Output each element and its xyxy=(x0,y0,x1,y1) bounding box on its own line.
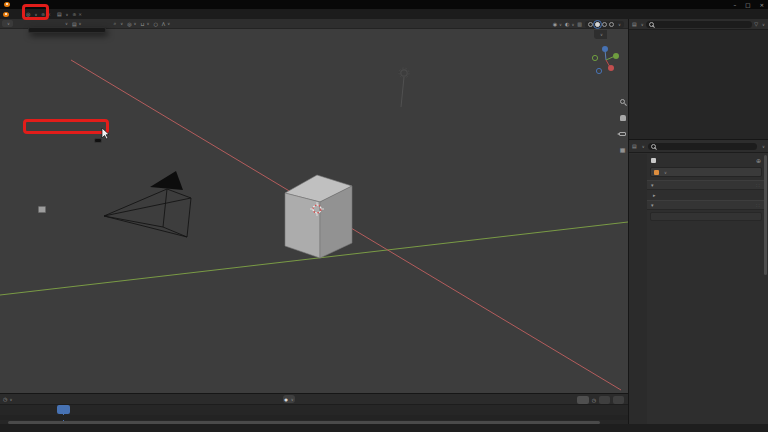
cube-object[interactable] xyxy=(285,175,352,258)
gizmo-y-axis[interactable] xyxy=(613,53,619,59)
show-overlays-icon[interactable]: ◐ xyxy=(565,21,574,27)
frame-start-field[interactable] xyxy=(599,396,610,404)
blender-logo-icon xyxy=(4,2,10,7)
maximize-button[interactable]: □ xyxy=(745,2,750,8)
playhead[interactable] xyxy=(57,405,70,414)
gizmo-z-neg[interactable] xyxy=(596,68,601,73)
gizmo-x-axis[interactable] xyxy=(608,65,614,71)
properties-content: ⊕ ▾:: ▸ ▾:: xyxy=(647,154,765,424)
use-preview-range-icon[interactable]: ◷ xyxy=(592,397,596,403)
outliner-display-mode-icon[interactable]: ▤ xyxy=(632,21,637,27)
viewport-image-icon xyxy=(38,206,46,213)
timeline-editor: ◷ ● ◷ xyxy=(0,393,628,424)
topbar: ◎ ⊕ × ▤ ⊕ × xyxy=(0,9,768,19)
properties-options-icon[interactable] xyxy=(762,144,765,149)
orientation-icon: ⌕ xyxy=(114,20,117,27)
camera-view-icon[interactable] xyxy=(618,129,627,138)
playback-controls: ● xyxy=(283,395,301,403)
timeline-ruler[interactable] xyxy=(0,405,628,415)
auto-keying-button[interactable]: ● xyxy=(283,395,295,403)
editor-extra-icon[interactable]: ▤ xyxy=(72,21,82,27)
transform-panel-header[interactable]: ▾:: xyxy=(647,180,765,190)
object-name-field[interactable] xyxy=(650,167,762,177)
snap-magnet-icon[interactable]: ⊔ xyxy=(141,21,150,27)
navigation-gizmo[interactable] xyxy=(592,46,619,74)
status-bar xyxy=(0,424,768,432)
properties-editor-icon[interactable]: ▤ xyxy=(632,143,637,149)
shading-wireframe-icon[interactable] xyxy=(588,22,593,27)
minimize-button[interactable]: – xyxy=(733,2,736,8)
mesh-object-icon xyxy=(654,170,659,175)
zoom-view-icon[interactable] xyxy=(618,97,627,106)
timeline-editor-icon[interactable]: ◷ xyxy=(3,396,7,402)
blender-menu-icon[interactable] xyxy=(3,12,9,17)
proportional-edit-icon[interactable]: ○ xyxy=(153,21,157,27)
mouse-cursor xyxy=(101,128,111,140)
remove-viewlayer-icon[interactable]: × xyxy=(78,12,82,17)
perspective-toggle-icon[interactable]: ▦ xyxy=(618,145,627,154)
new-viewlayer-icon[interactable]: ⊕ xyxy=(73,12,77,17)
shading-solid-icon[interactable] xyxy=(595,22,600,27)
camera-up-triangle xyxy=(150,171,183,190)
differential-growth-body xyxy=(650,212,762,221)
pin-icon[interactable]: ⊕ xyxy=(756,157,761,164)
delta-transform-panel[interactable]: ▸ xyxy=(647,190,765,200)
search-icon xyxy=(651,144,656,149)
timeline-header: ◷ ● ◷ xyxy=(0,394,628,405)
light-object[interactable] xyxy=(399,68,409,107)
object-icon xyxy=(651,158,656,163)
retopoflow-menu[interactable] xyxy=(63,21,68,26)
properties-editor: ▤ ⊕ ▾:: ▸ ▾:: xyxy=(628,139,768,424)
current-frame-field[interactable] xyxy=(577,396,589,404)
gizmo-z-axis[interactable] xyxy=(602,46,608,52)
shading-mode-group xyxy=(585,21,624,28)
properties-scrollbar[interactable] xyxy=(764,155,767,275)
outliner-search-input[interactable] xyxy=(646,21,753,28)
outliner-filter-icon[interactable]: ▽ xyxy=(754,21,758,27)
shading-rendered-icon[interactable] xyxy=(609,22,614,27)
outliner: ▤ ▽ xyxy=(628,19,768,139)
edit-menu-dropdown xyxy=(28,27,106,33)
properties-search-input[interactable] xyxy=(648,143,757,150)
basics-section-label xyxy=(653,214,759,217)
shading-material-icon[interactable] xyxy=(602,22,607,27)
blender-window: – □ × ◎ ⊕ × ▤ ⊕ × ▤ ⌕ ◎ ⊔ ○ Λ xyxy=(0,0,768,432)
show-gizmo-icon[interactable]: ◉ xyxy=(553,21,562,27)
pivot-point-icon[interactable]: ◎ xyxy=(127,21,136,27)
differential-growth-panel-header[interactable]: ▾:: xyxy=(647,200,765,210)
breadcrumb: ⊕ xyxy=(647,154,765,167)
os-titlebar: – □ × xyxy=(0,0,768,9)
search-icon xyxy=(649,22,654,27)
move-view-icon[interactable] xyxy=(618,113,627,122)
gizmo-y-neg[interactable] xyxy=(592,55,597,60)
close-button[interactable]: × xyxy=(759,2,764,8)
properties-header: ▤ xyxy=(629,140,768,153)
camera-object[interactable] xyxy=(104,171,191,237)
transform-orientation[interactable]: ⌕ xyxy=(114,20,124,27)
frame-end-field[interactable] xyxy=(613,396,624,404)
timeline-keyframe-lane[interactable] xyxy=(0,415,628,420)
annotation-box-preferences xyxy=(23,119,109,134)
viewport-nav-buttons: ▦ xyxy=(618,97,627,154)
viewlayer-icon: ▤ xyxy=(57,11,62,17)
viewport-3d-scene[interactable] xyxy=(0,29,628,395)
properties-tab-strip xyxy=(629,154,647,424)
xray-toggle-icon[interactable]: ▥ xyxy=(577,21,582,27)
outliner-header: ▤ ▽ xyxy=(629,19,768,30)
proportional-falloff-icon[interactable]: Λ xyxy=(162,21,170,27)
mode-selector[interactable] xyxy=(2,20,13,27)
annotation-box-edit-menu xyxy=(22,4,49,20)
